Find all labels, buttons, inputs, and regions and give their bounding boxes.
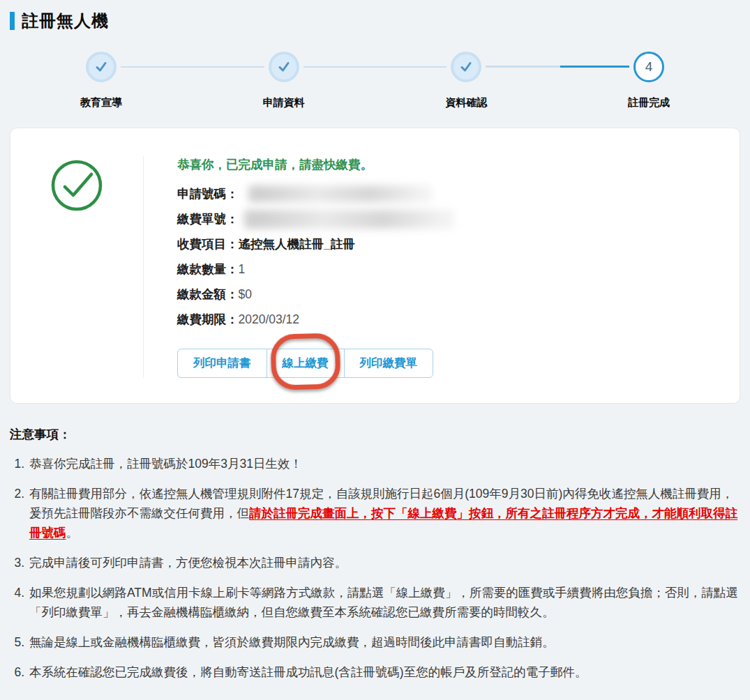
step-number: 4: [645, 59, 653, 75]
page-header: 註冊無人機: [10, 10, 740, 32]
field-application-number: 申請號碼：: [177, 184, 719, 204]
note-text: 無論是線上或金融機構臨櫃繳費，皆須於繳費期限內完成繳費，超過時間後此申請書即自動…: [29, 635, 555, 649]
check-icon: [94, 60, 108, 74]
page: 註冊無人機 教育宣導 申請資料 資料: [0, 0, 750, 700]
field-label: 繳費單號：: [177, 211, 239, 227]
step-active-circle: 4: [633, 52, 664, 82]
redacted-value: [248, 185, 431, 202]
step-done-icon: [86, 52, 117, 82]
note-item-4: 如果您規劃以網路ATM或信用卡線上刷卡等網路方式繳款，請點選「線上繳費」，所需要…: [28, 583, 740, 622]
field-label: 繳款數量：: [177, 261, 239, 277]
step-data-confirm: 資料確認: [375, 46, 558, 109]
check-icon: [459, 60, 473, 74]
online-payment-wrap: 線上繳費: [267, 349, 345, 378]
field-payment-number: 繳費單號：: [177, 209, 719, 229]
note-text: 本系統在確認您已完成繳費後，將自動寄送註冊成功訊息(含註冊號碼)至您的帳戶及所登…: [29, 665, 587, 679]
result-card: 恭喜你，已完成申請，請盡快繳費。 申請號碼： 繳費單號： 收費項目： 遙控無人機…: [10, 128, 740, 404]
success-message: 恭喜你，已完成申請，請盡快繳費。: [177, 156, 719, 173]
field-value: 2020/03/12: [239, 312, 300, 327]
note-item-3: 完成申請後可列印申請書，方便您檢視本次註冊申請內容。: [28, 553, 740, 572]
note-item-1: 恭喜你完成註冊，註冊號碼於109年3月31日生效！: [28, 454, 740, 473]
note-text: 。: [66, 526, 79, 540]
step-application-data: 申請資料: [193, 46, 375, 109]
stepper: 教育宣導 申請資料 資料確認 4 註冊完成: [10, 46, 740, 109]
print-application-button[interactable]: 列印申請書: [177, 349, 267, 378]
note-text: 恭喜你完成註冊，註冊號碼於109年3月31日生效！: [29, 457, 302, 471]
step-done-icon: [451, 52, 481, 82]
check-icon: [277, 60, 291, 74]
field-payment-amount: 繳款金額： $0: [177, 284, 719, 304]
field-payment-quantity: 繳款數量： 1: [177, 259, 719, 279]
field-payment-deadline: 繳費期限： 2020/03/12: [177, 310, 719, 329]
field-value: 1: [239, 262, 246, 277]
print-payment-slip-button[interactable]: 列印繳費單: [344, 349, 434, 378]
online-payment-button[interactable]: 線上繳費: [267, 349, 345, 378]
success-icon-wrap: [10, 156, 143, 378]
step-done-icon: [269, 52, 299, 82]
note-item-2: 有關註冊費用部分，依遙控無人機管理規則附件17規定，自該規則施行日起6個月(10…: [28, 484, 740, 542]
field-value: 遙控無人機註冊_註冊: [239, 236, 355, 252]
field-fee-item: 收費項目： 遙控無人機註冊_註冊: [177, 234, 719, 254]
note-item-5: 無論是線上或金融機構臨櫃繳費，皆須於繳費期限內完成繳費，超過時間後此申請書即自動…: [28, 632, 740, 652]
step-label: 教育宣導: [80, 96, 122, 109]
note-item-6: 本系統在確認您已完成繳費後，將自動寄送註冊成功訊息(含註冊號碼)至您的帳戶及所登…: [28, 662, 740, 682]
field-label: 申請號碼：: [177, 185, 239, 202]
redacted-value: [244, 210, 453, 229]
note-text: 如果您規劃以網路ATM或信用卡線上刷卡等網路方式繳款，請點選「線上繳費」，所需要…: [29, 586, 738, 619]
field-value: $0: [239, 287, 252, 302]
step-registration-complete: 4 註冊完成: [557, 46, 740, 109]
step-label: 申請資料: [263, 96, 305, 109]
result-details: 恭喜你，已完成申請，請盡快繳費。 申請號碼： 繳費單號： 收費項目： 遙控無人機…: [143, 156, 740, 378]
field-label: 繳費期限：: [177, 311, 239, 328]
note-text: 完成申請後可列印申請書，方便您檢視本次註冊申請內容。: [29, 556, 347, 570]
step-label: 註冊完成: [628, 96, 670, 109]
field-label: 收費項目：: [177, 236, 239, 252]
action-button-group: 列印申請書 線上繳費 列印繳費單: [177, 349, 719, 378]
title-accent-bar: [10, 12, 15, 30]
field-label: 繳款金額：: [177, 286, 239, 303]
success-check-icon: [50, 159, 103, 212]
step-label: 資料確認: [445, 96, 487, 109]
notes-list: 恭喜你完成註冊，註冊號碼於109年3月31日生效！ 有關註冊費用部分，依遙控無人…: [10, 454, 740, 682]
page-title: 註冊無人機: [22, 10, 109, 32]
notes-heading: 注意事項：: [10, 426, 740, 443]
step-education: 教育宣導: [10, 46, 193, 109]
notes-section: 注意事項： 恭喜你完成註冊，註冊號碼於109年3月31日生效！ 有關註冊費用部分…: [10, 426, 740, 682]
